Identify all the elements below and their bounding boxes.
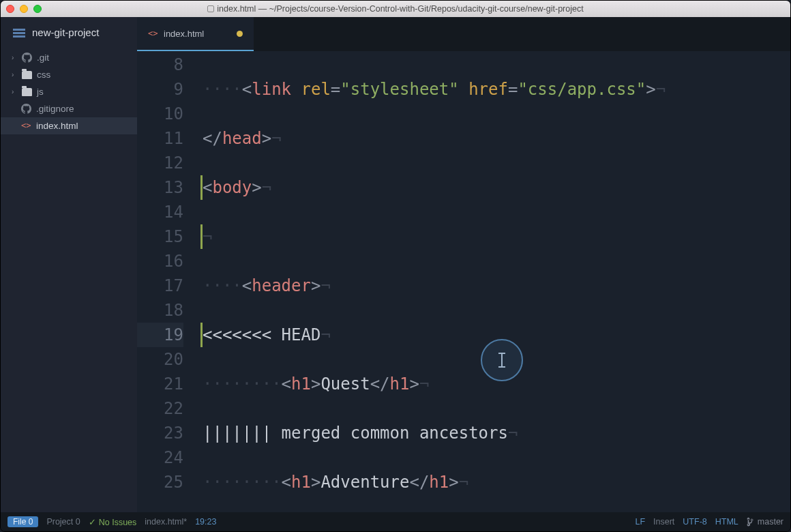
check-icon: ✓ [89,518,96,527]
sidebar-item-label: js [37,87,44,97]
folder-icon [22,71,32,79]
sidebar-item-index-html[interactable]: <> index.html [1,117,137,134]
line-number: 16 [137,249,183,274]
line-number-gutter: 8 9 10 11 12 13 14 15 16 17 18 19 20 21 … [137,51,203,512]
sidebar-item-js[interactable]: › js [1,83,137,100]
code-file-icon: <> [21,121,31,131]
chevron-right-icon: › [12,54,17,61]
line-number: 18 [137,298,183,323]
project-icon [13,27,25,38]
svg-rect-2 [13,35,25,38]
svg-text:<>: <> [21,121,31,130]
git-branch-icon [747,517,755,527]
code-file-icon: <> [148,29,158,39]
line-number: 10 [137,102,183,126]
line-number: 19 [137,323,183,347]
line-number: 20 [137,347,183,372]
sidebar: new-git-project › .git › css › js [1,17,137,512]
cursor-position[interactable]: 19:23 [195,517,216,527]
cursor-indicator-icon [481,339,523,381]
tab-index-html[interactable]: <> index.html [137,17,254,51]
line-number: 14 [137,200,183,224]
file-tree: › .git › css › js .gitignore [1,49,137,134]
line-number: 15 [137,224,183,249]
sidebar-item-css[interactable]: › css [1,66,137,83]
line-number: 9 [137,77,183,102]
sidebar-item-label: index.html [36,121,78,131]
github-icon [21,104,31,114]
titlebar: index.html — ~/Projects/course-Version-C… [1,1,790,17]
code-content[interactable]: ····<link rel="stylesheet" href="css/app… [203,51,790,512]
sidebar-item-label: .git [37,53,49,63]
window-title: index.html — ~/Projects/course-Version-C… [1,4,790,14]
project-title[interactable]: new-git-project [1,17,137,49]
line-ending-selector[interactable]: LF [635,517,645,527]
svg-rect-0 [13,29,25,31]
line-number: 24 [137,445,183,470]
grammar-selector[interactable]: HTML [715,517,738,527]
branch-name-label: master [758,517,783,527]
git-branch-indicator[interactable]: master [747,517,783,527]
line-number: 8 [137,53,183,77]
line-number: 23 [137,421,183,445]
line-number: 21 [137,372,183,396]
line-number: 25 [137,470,183,494]
editor-panel: <> index.html 8 9 10 11 12 13 14 15 16 1… [137,17,790,512]
status-filename[interactable]: index.html* [145,517,187,527]
project-name-label: new-git-project [32,27,99,38]
editor-window: index.html — ~/Projects/course-Version-C… [0,0,791,532]
insert-mode-label[interactable]: Insert [653,517,674,527]
code-area[interactable]: 8 9 10 11 12 13 14 15 16 17 18 19 20 21 … [137,51,790,512]
line-number: 11 [137,126,183,151]
no-issues-label[interactable]: ✓No Issues [89,517,137,527]
tab-bar: <> index.html [137,17,790,51]
line-number: 22 [137,396,183,421]
line-number: 13 [137,175,183,200]
file-issues-pill[interactable]: File 0 [8,516,38,527]
chevron-right-icon: › [12,88,17,95]
sidebar-item-git[interactable]: › .git [1,49,137,66]
window-controls [6,5,42,13]
tab-label: index.html [164,29,204,39]
status-bar: File 0 Project 0 ✓No Issues index.html* … [1,512,790,531]
sidebar-item-gitignore[interactable]: .gitignore [1,100,137,117]
folder-icon [22,88,32,96]
line-number: 12 [137,151,183,175]
minimize-window-button[interactable] [20,5,28,13]
chevron-right-icon: › [12,71,17,78]
close-window-button[interactable] [6,5,14,13]
file-icon [207,5,214,12]
project-issues-label[interactable]: Project 0 [46,517,80,527]
svg-text:<>: <> [148,29,158,38]
line-number: 17 [137,274,183,298]
encoding-selector[interactable]: UTF-8 [683,517,706,527]
sidebar-item-label: .gitignore [36,104,74,114]
svg-rect-1 [13,32,25,34]
modified-indicator-icon [237,31,243,37]
github-icon [22,53,32,63]
zoom-window-button[interactable] [33,5,42,13]
sidebar-item-label: css [37,70,50,80]
